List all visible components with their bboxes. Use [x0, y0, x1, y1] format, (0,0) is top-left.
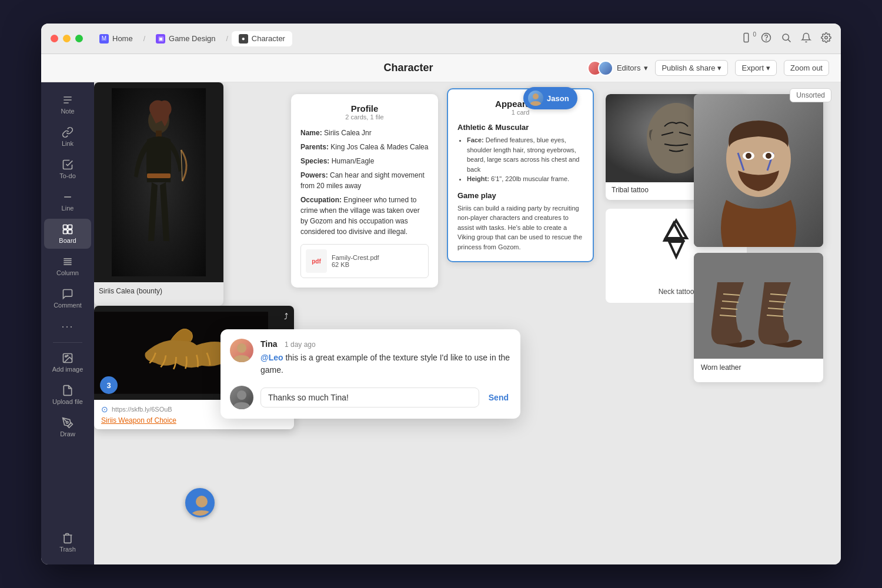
- bell-icon[interactable]: [801, 32, 811, 45]
- sidebar-item-trash[interactable]: Trash: [44, 527, 91, 557]
- boots-image: [694, 253, 823, 359]
- boots-card: Worn leather: [694, 253, 823, 382]
- titlebar-actions: 0: [741, 32, 831, 45]
- tab-home[interactable]: M Home: [92, 31, 140, 46]
- sidebar-add-image-label: Add image: [52, 366, 83, 373]
- sidebar-comment-label: Comment: [54, 302, 82, 309]
- appearance-subtitle: 1 card: [457, 109, 583, 116]
- sidebar-item-draw[interactable]: Draw: [44, 412, 91, 442]
- unsorted-badge: Unsorted: [790, 88, 831, 102]
- profile-field-name: Name: Siriis Calea Jnr: [300, 128, 429, 138]
- sidebar-line-label: Line: [62, 205, 74, 212]
- face-detail: Face: Defined features, blue eyes, shoul…: [467, 135, 583, 174]
- svg-rect-0: [744, 33, 749, 42]
- jason-tooltip: Jason: [523, 87, 577, 109]
- sidebar-item-todo[interactable]: To-do: [44, 154, 91, 184]
- gameplay-section: Game play Siriis can build a raiding par…: [457, 191, 583, 252]
- phone-badge: 0: [753, 31, 756, 38]
- editor-avatars: [587, 61, 613, 76]
- help-icon[interactable]: [761, 32, 771, 45]
- svg-point-6: [825, 36, 828, 39]
- phone-icon[interactable]: 0: [741, 32, 751, 45]
- close-button[interactable]: [51, 35, 58, 42]
- valknut-symbol: [653, 216, 700, 263]
- pdf-filename: Family-Crest.pdf: [332, 254, 379, 261]
- canvas[interactable]: Unsorted: [94, 82, 841, 564]
- sidebar-draw-label: Draw: [60, 430, 75, 437]
- video-url: https://skfb.ly/6SOuB: [112, 406, 172, 413]
- svg-point-3: [766, 39, 767, 40]
- editors-button[interactable]: Editors ▾: [587, 61, 648, 76]
- tab-character-label: Character: [252, 34, 285, 43]
- comment-overlay: Tina 1 day ago @Leo this is a great exam…: [220, 329, 520, 419]
- svg-rect-12: [68, 225, 72, 229]
- send-button[interactable]: Send: [486, 388, 511, 407]
- svg-point-43: [766, 153, 771, 159]
- svg-point-4: [783, 34, 789, 41]
- svg-line-5: [788, 39, 790, 42]
- svg-point-42: [746, 153, 751, 159]
- sidebar-board-label: Board: [59, 237, 76, 244]
- reply-row: Send: [230, 386, 511, 409]
- pdf-attachment[interactable]: pdf Family-Crest.pdf 62 KB: [300, 244, 429, 278]
- sidebar-item-note[interactable]: Note: [44, 89, 91, 119]
- sidebar-item-upload[interactable]: Upload file: [44, 380, 91, 410]
- sidebar-item-line[interactable]: Line: [44, 186, 91, 216]
- comment-body: this is a great example of the texture s…: [260, 353, 510, 375]
- export-button[interactable]: Export ▾: [735, 60, 777, 76]
- comment-row: Tina 1 day ago @Leo this is a great exam…: [230, 339, 511, 376]
- character-silhouette: [112, 88, 206, 276]
- tab-separator-2: /: [226, 35, 228, 43]
- pdf-size: 62 KB: [332, 261, 379, 268]
- sidebar-item-more[interactable]: ···: [44, 316, 91, 338]
- sidebar-link-label: Link: [62, 140, 74, 147]
- tab-game-design[interactable]: ▣ Game Design: [149, 31, 222, 46]
- profile-card: Profile 2 cards, 1 file Name: Siriis Cal…: [291, 94, 438, 288]
- warrior-face-card: [694, 94, 823, 247]
- home-tab-icon: M: [99, 34, 109, 44]
- publish-share-label: Publish & share: [662, 64, 715, 72]
- page-title: Character: [383, 62, 433, 74]
- settings-icon[interactable]: [821, 32, 831, 45]
- gameplay-title: Game play: [457, 191, 583, 200]
- minimize-button[interactable]: [63, 35, 71, 42]
- sidebar-item-add-image[interactable]: Add image: [44, 348, 91, 377]
- svg-point-54: [237, 343, 246, 353]
- zoom-out-button[interactable]: Zoom out: [784, 60, 829, 76]
- publish-share-button[interactable]: Publish & share ▾: [655, 60, 728, 76]
- sidebar-divider: [53, 342, 82, 343]
- zoom-out-label: Zoom out: [790, 64, 823, 72]
- sidebar-item-board[interactable]: Board: [44, 219, 91, 249]
- reply-input[interactable]: [260, 387, 479, 407]
- svg-point-55: [237, 390, 246, 400]
- profile-field-parents: Parents: King Jos Calea & Mades Calea: [300, 142, 429, 152]
- jason-avatar: [528, 91, 543, 106]
- tina-avatar: [230, 339, 253, 362]
- tab-character[interactable]: ● Character: [232, 31, 292, 46]
- maximize-button[interactable]: [75, 35, 83, 42]
- comment-time: 1 day ago: [285, 340, 316, 349]
- tab-separator: /: [143, 35, 145, 43]
- sidebar-item-comment[interactable]: Comment: [44, 283, 91, 313]
- titlebar: M Home / ▣ Game Design / ● Character 0: [41, 24, 841, 54]
- sidebar-column-label: Column: [56, 269, 79, 276]
- search-icon[interactable]: [781, 32, 791, 45]
- profile-field-powers: Powers: Can hear and sight movement from…: [300, 170, 429, 191]
- game-design-tab-icon: ▣: [156, 34, 165, 44]
- share-icon[interactable]: ⤴: [284, 312, 288, 321]
- sidebar-item-column[interactable]: Column: [44, 251, 91, 281]
- svg-rect-14: [68, 230, 72, 234]
- svg-point-23: [66, 422, 68, 423]
- pdf-info: Family-Crest.pdf 62 KB: [332, 254, 379, 268]
- profile-title: Profile: [300, 103, 429, 113]
- profile-subtitle: 2 cards, 1 file: [300, 113, 429, 121]
- warrior-face-image: [694, 94, 823, 247]
- appearance-card: Appearance 1 card Athletic & Muscular Fa…: [447, 88, 594, 262]
- export-chevron: ▾: [766, 64, 770, 72]
- svg-rect-11: [64, 225, 68, 229]
- tab-bar: M Home / ▣ Game Design / ● Character: [92, 31, 741, 46]
- sidebar-item-link[interactable]: Link: [44, 122, 91, 152]
- sidebar-note-label: Note: [61, 108, 74, 115]
- video-badge: 3: [100, 376, 118, 394]
- character-tab-icon: ●: [239, 34, 248, 44]
